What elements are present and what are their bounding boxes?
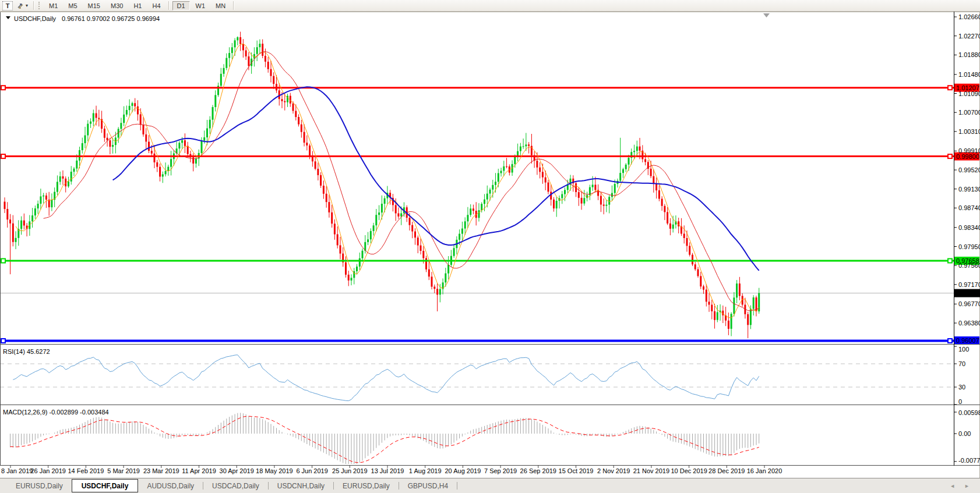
timeframe-h1-button[interactable]: H1: [129, 1, 146, 10]
macd-tick-label: 0.00: [958, 430, 971, 437]
timeframe-m1-button[interactable]: M1: [44, 1, 62, 10]
timeframe-m5-button[interactable]: M5: [64, 1, 82, 10]
diagonal-arrows-icon: [16, 2, 24, 10]
price-tick-label: 0.96770: [958, 300, 980, 307]
price-tick-label: 0.97560: [958, 262, 980, 269]
date-tick-label: 13 Jul 2019: [371, 467, 404, 474]
timeframe-d1-button[interactable]: D1: [172, 1, 190, 10]
tab-eurusd-daily-1[interactable]: EURUSD,Daily: [7, 479, 72, 493]
quote-ohlc-row: 0.96761 0.97002 0.96725 0.96994: [62, 15, 160, 22]
timeframe-m15-button[interactable]: M15: [83, 1, 105, 10]
tab-gbpusd-h4[interactable]: GBPUSD,H4: [399, 479, 457, 493]
date-tick-label: 23 Mar 2019: [143, 467, 179, 474]
tab-separator: [457, 482, 457, 490]
tab-usdchf-daily[interactable]: USDCHF,Daily: [72, 479, 139, 492]
tab-scroll-left-icon[interactable]: ◄: [950, 483, 955, 489]
date-tick-label: 2 Nov 2019: [597, 467, 630, 474]
date-tick-label: 16 Jan 2020: [747, 467, 782, 474]
price-tick-label: 0.97170: [958, 281, 980, 288]
date-tick-label: 7 Sep 2019: [484, 467, 517, 474]
tab-usdcad-daily[interactable]: USDCAD,Daily: [203, 479, 268, 493]
date-tick-label: 6 Jun 2019: [296, 467, 327, 474]
date-tick-label: 14 Feb 2019: [68, 467, 104, 474]
timeframe-m30-button[interactable]: M30: [106, 1, 128, 10]
price-tick-label: 0.97950: [958, 243, 980, 250]
date-tick-label: 25 Jun 2019: [332, 467, 368, 474]
price-tick-label: 0.99520: [958, 166, 980, 173]
macd-tick-label: 0.005986: [958, 409, 980, 416]
text-tool-button[interactable]: T: [2, 1, 13, 10]
timeframe-h4-button[interactable]: H4: [147, 1, 165, 10]
tab-usdcnh-daily[interactable]: USDCNH,Daily: [269, 479, 333, 493]
toolbar-separator: [33, 1, 34, 10]
toolbar-separator: [233, 1, 234, 10]
date-tick-label: 21 Nov 2019: [633, 467, 669, 474]
date-tick-label: 15 Oct 2019: [559, 467, 594, 474]
svg-text:0.96994: 0.96994: [956, 290, 979, 297]
time-axis[interactable]: 8 Jan 201926 Jan 201914 Feb 20195 Mar 20…: [1, 466, 782, 474]
date-tick-label: 26 Sep 2019: [520, 467, 556, 474]
chevron-down-icon: ▾: [26, 3, 28, 8]
date-tick-label: 28 Dec 2019: [708, 467, 745, 474]
level-price-label: 0.96007: [954, 336, 980, 345]
rsi-tick-label: 100: [958, 346, 969, 353]
price-tick-label: 1.02660: [958, 13, 980, 20]
date-tick-label: 26 Jan 2019: [30, 467, 66, 474]
date-tick-label: 30 Apr 2019: [220, 467, 254, 474]
toolbar-separator: [168, 1, 170, 10]
chart-title: USDCHF,Daily: [14, 15, 57, 22]
price-tick-label: 1.01090: [958, 90, 980, 97]
price-tick-label: 0.99910: [958, 147, 980, 154]
symbol-tab-bar: EURUSD,Daily USDCHF,Daily AUDUSD,Daily U…: [0, 478, 980, 493]
date-tick-label: 20 Aug 2019: [445, 467, 481, 474]
macd-label: MACD(12,26,9) -0.002899 -0.003484: [3, 409, 109, 416]
macd-tick-label: -0.007737: [958, 457, 980, 464]
current-price-label: 0.96994: [954, 289, 980, 297]
timeframe-mn-button[interactable]: MN: [211, 1, 230, 10]
price-tick-label: 1.01880: [958, 51, 980, 58]
date-tick-label: 10 Dec 2019: [671, 467, 707, 474]
rsi-tick-label: 30: [958, 384, 965, 391]
date-tick-label: 1 Aug 2019: [409, 467, 442, 474]
chart-background: [0, 12, 980, 478]
rsi-tick-label: 0: [958, 398, 962, 405]
price-tick-label: 1.01480: [958, 71, 980, 78]
tab-scroll-right-icon[interactable]: ►: [964, 483, 970, 489]
tab-eurusd-daily-2[interactable]: EURUSD,Daily: [334, 479, 399, 493]
price-tick-label: 1.00310: [958, 128, 980, 135]
crosshair-tool-button[interactable]: ▾: [14, 1, 30, 10]
date-tick-label: 8 Jan 2019: [1, 467, 33, 474]
chart-canvas[interactable]: 1.012070.998000.976580.96007USDCHF,Daily…: [0, 12, 980, 478]
toolbar-grip-handle[interactable]: [38, 2, 41, 9]
price-tick-label: 0.96380: [958, 320, 980, 327]
price-tick-label: 0.98740: [958, 204, 980, 211]
timeframe-w1-button[interactable]: W1: [191, 1, 210, 10]
price-tick-label: 1.02270: [958, 33, 980, 40]
toolbar: T ▾ M1 M5 M15 M30 H1 H4 D1 W1 MN: [0, 0, 980, 12]
price-tick-label: 0.99130: [958, 186, 980, 193]
date-tick-label: 18 May 2019: [256, 467, 293, 474]
tab-audusd-daily[interactable]: AUDUSD,Daily: [138, 479, 203, 493]
date-tick-label: 5 Mar 2019: [107, 467, 140, 474]
price-tick-label: 1.00700: [958, 109, 980, 116]
rsi-tick-label: 70: [958, 360, 965, 367]
rsi-label: RSI(14) 45.6272: [3, 348, 50, 355]
svg-text:0.96007: 0.96007: [956, 337, 979, 344]
price-tick-label: 0.98340: [958, 224, 980, 231]
date-tick-label: 11 Apr 2019: [182, 467, 216, 474]
